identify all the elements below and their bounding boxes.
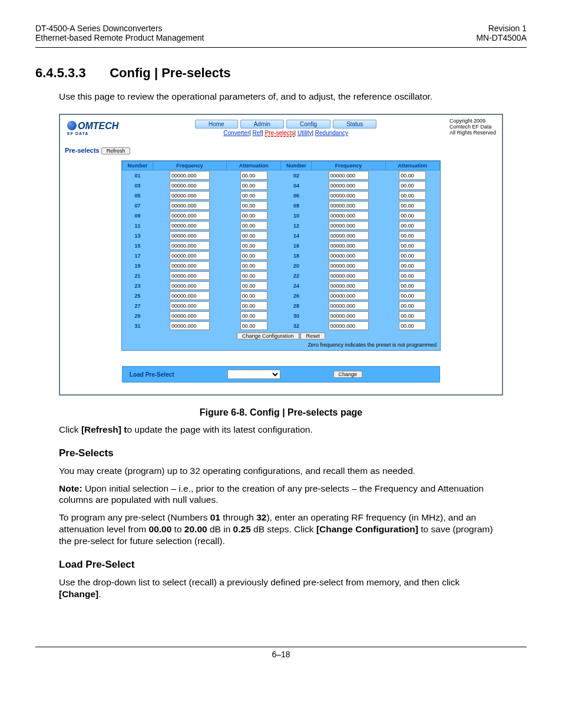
frequency-input[interactable] — [329, 311, 369, 320]
frequency-input[interactable] — [170, 181, 210, 190]
copyright-block: Copyright 2009 Comtech EF Data All Right… — [449, 118, 498, 136]
attenuation-input[interactable] — [399, 171, 426, 180]
logo-subtext: EF DATA — [67, 131, 118, 136]
table-row: 2930 — [123, 311, 440, 321]
attenuation-input[interactable] — [399, 201, 426, 210]
frequency-input[interactable] — [170, 271, 210, 280]
col-frequency-right: Frequency — [312, 162, 385, 170]
frequency-input[interactable] — [170, 191, 210, 200]
figure-caption: Figure 6-8. Config | Pre-selects page — [35, 407, 527, 418]
attenuation-input[interactable] — [240, 311, 267, 320]
col-attenuation-right: Attenuation — [385, 162, 439, 170]
frequency-input[interactable] — [329, 281, 369, 290]
attenuation-input[interactable] — [399, 311, 426, 320]
subtab-converter[interactable]: Converter — [223, 130, 249, 136]
tab-status[interactable]: Status — [333, 120, 376, 129]
table-row: 2526 — [123, 291, 440, 301]
frequency-input[interactable] — [170, 171, 210, 180]
frequency-input[interactable] — [329, 291, 369, 300]
attenuation-input[interactable] — [240, 221, 267, 230]
attenuation-input[interactable] — [240, 261, 267, 270]
attenuation-input[interactable] — [399, 181, 426, 190]
frequency-input[interactable] — [170, 301, 210, 310]
tab-config[interactable]: Config — [286, 120, 330, 129]
attenuation-input[interactable] — [399, 231, 426, 240]
preselects-program-para: To program any pre-select (Numbers 01 th… — [59, 512, 503, 546]
frequency-input[interactable] — [170, 221, 210, 230]
attenuation-input[interactable] — [240, 241, 267, 250]
attenuation-input[interactable] — [399, 291, 426, 300]
frequency-input[interactable] — [329, 191, 369, 200]
refresh-button[interactable]: Refresh — [101, 147, 131, 154]
frequency-input[interactable] — [329, 321, 369, 330]
frequency-input[interactable] — [170, 231, 210, 240]
attenuation-input[interactable] — [240, 201, 267, 210]
attenuation-input[interactable] — [240, 281, 267, 290]
frequency-input[interactable] — [329, 251, 369, 260]
attenuation-input[interactable] — [240, 321, 267, 330]
load-preselect-dropdown[interactable] — [227, 370, 280, 379]
attenuation-input[interactable] — [399, 271, 426, 280]
attenuation-input[interactable] — [240, 291, 267, 300]
table-row: 0304 — [123, 180, 440, 190]
tab-admin[interactable]: Admin — [240, 120, 284, 129]
change-configuration-button[interactable]: Change Configuration — [237, 332, 299, 340]
frequency-input[interactable] — [329, 171, 369, 180]
attenuation-input[interactable] — [399, 221, 426, 230]
frequency-input[interactable] — [170, 201, 210, 210]
frequency-input[interactable] — [170, 211, 210, 220]
attenuation-input[interactable] — [240, 251, 267, 260]
section-number: 6.4.5.3.3 — [35, 65, 106, 81]
frequency-input[interactable] — [329, 301, 369, 310]
attenuation-input[interactable] — [240, 231, 267, 240]
attenuation-input[interactable] — [399, 241, 426, 250]
frequency-input[interactable] — [170, 251, 210, 260]
preselect-number: 10 — [281, 210, 312, 220]
attenuation-input[interactable] — [399, 191, 426, 200]
frequency-input[interactable] — [170, 321, 210, 330]
frequency-input[interactable] — [170, 291, 210, 300]
subtab-redundancy[interactable]: Redundancy — [315, 130, 348, 136]
subtab-ref[interactable]: Ref — [253, 130, 262, 136]
frequency-input[interactable] — [329, 221, 369, 230]
attenuation-input[interactable] — [240, 211, 267, 220]
attenuation-input[interactable] — [240, 301, 267, 310]
change-button[interactable]: Change — [333, 371, 363, 378]
preselects-para1: You may create (program) up to 32 operat… — [59, 465, 503, 477]
load-preselect-para: Use the drop-down list to select (recall… — [59, 577, 503, 600]
frequency-input[interactable] — [329, 201, 369, 210]
subtab-utility[interactable]: Utility — [297, 130, 312, 136]
attenuation-input[interactable] — [399, 301, 426, 310]
frequency-input[interactable] — [329, 231, 369, 240]
subtab-preselects[interactable]: Pre-selects — [265, 130, 295, 137]
attenuation-input[interactable] — [240, 271, 267, 280]
frequency-input[interactable] — [170, 241, 210, 250]
page-footer: 6–18 — [35, 647, 527, 659]
frequency-input[interactable] — [170, 311, 210, 320]
frequency-input[interactable] — [329, 241, 369, 250]
frequency-input[interactable] — [170, 281, 210, 290]
frequency-input[interactable] — [329, 211, 369, 220]
table-row: 0102 — [123, 170, 440, 181]
main-tab-bar: Home Admin Config Status — [122, 120, 449, 129]
attenuation-input[interactable] — [399, 251, 426, 260]
tab-home[interactable]: Home — [195, 120, 238, 129]
preselect-number: 14 — [281, 230, 312, 241]
reset-button[interactable]: Reset — [300, 332, 325, 340]
attenuation-input[interactable] — [399, 281, 426, 290]
frequency-input[interactable] — [170, 261, 210, 270]
table-row: 1112 — [123, 220, 440, 230]
attenuation-input[interactable] — [240, 171, 267, 180]
attenuation-input[interactable] — [240, 191, 267, 200]
attenuation-input[interactable] — [399, 211, 426, 220]
attenuation-input[interactable] — [399, 261, 426, 270]
attenuation-input[interactable] — [240, 181, 267, 190]
attenuation-input[interactable] — [399, 321, 426, 330]
preselect-number: 27 — [123, 301, 153, 311]
header-right-line2: MN-DT4500A — [476, 33, 527, 42]
frequency-input[interactable] — [329, 271, 369, 280]
frequency-input[interactable] — [329, 181, 369, 190]
preselects-label: Pre-selects — [65, 147, 100, 154]
header-rule — [35, 47, 527, 48]
frequency-input[interactable] — [329, 261, 369, 270]
